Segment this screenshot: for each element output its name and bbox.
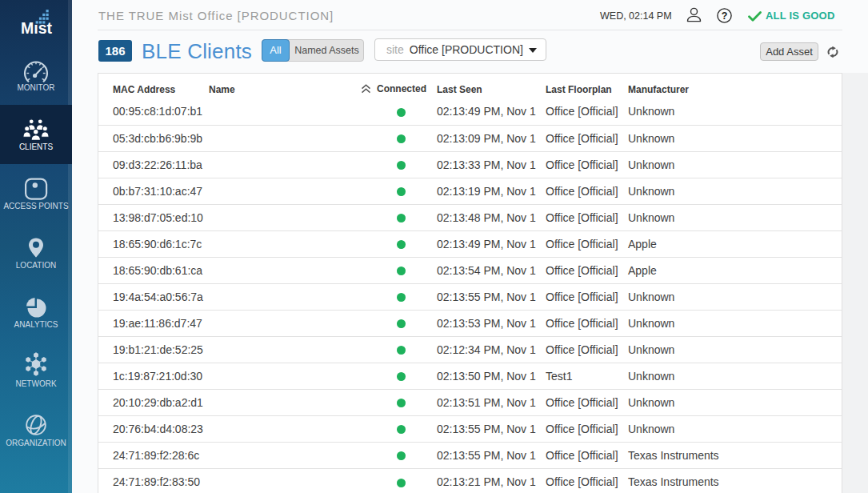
svg-text:?: ?: [722, 10, 728, 22]
